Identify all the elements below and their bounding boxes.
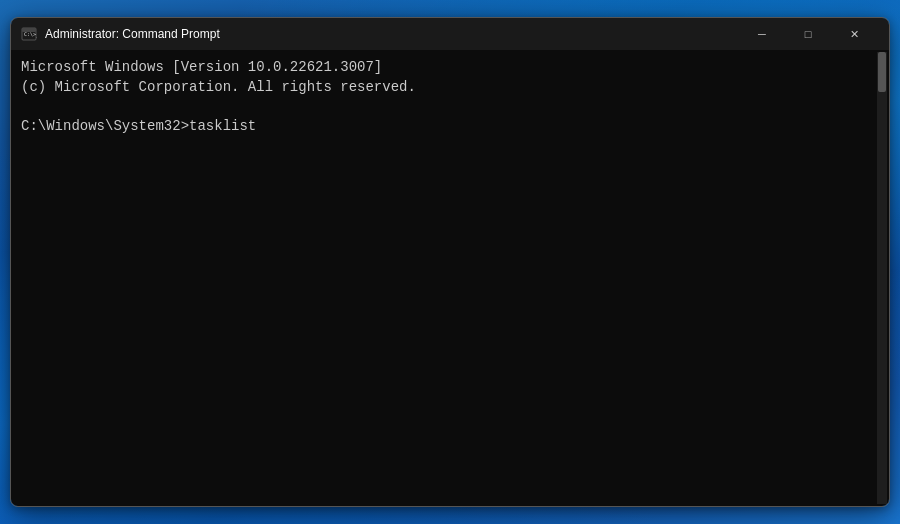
console-line-1: Microsoft Windows [Version 10.0.22621.30… xyxy=(21,59,382,75)
close-button[interactable]: ✕ xyxy=(831,18,877,50)
cmd-window: C:\>_ Administrator: Command Prompt ─ □ … xyxy=(10,17,890,507)
title-bar-controls: ─ □ ✕ xyxy=(739,18,877,50)
console-body[interactable]: Microsoft Windows [Version 10.0.22621.30… xyxy=(11,50,889,506)
maximize-button[interactable]: □ xyxy=(785,18,831,50)
svg-text:C:\>_: C:\>_ xyxy=(24,31,37,38)
title-bar-left: C:\>_ Administrator: Command Prompt xyxy=(21,26,220,42)
scrollbar[interactable] xyxy=(877,52,887,504)
scrollbar-thumb[interactable] xyxy=(878,52,886,92)
console-line-2: (c) Microsoft Corporation. All rights re… xyxy=(21,79,416,95)
console-line-4: C:\Windows\System32>tasklist xyxy=(21,118,256,134)
console-output: Microsoft Windows [Version 10.0.22621.30… xyxy=(21,58,879,136)
title-bar: C:\>_ Administrator: Command Prompt ─ □ … xyxy=(11,18,889,50)
window-title: Administrator: Command Prompt xyxy=(45,27,220,41)
minimize-button[interactable]: ─ xyxy=(739,18,785,50)
cmd-icon: C:\>_ xyxy=(21,26,37,42)
